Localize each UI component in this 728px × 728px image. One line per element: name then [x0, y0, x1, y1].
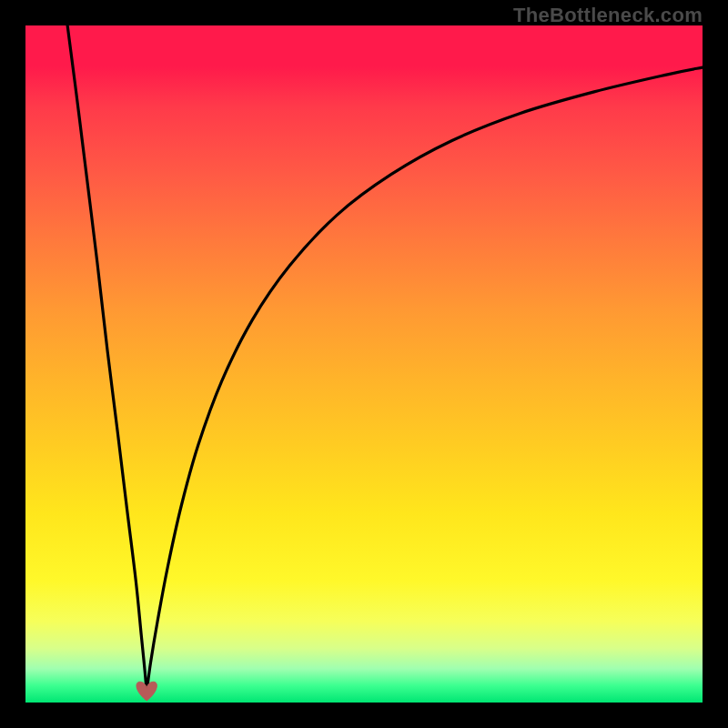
chart-frame: TheBottleneck.com — [0, 0, 728, 728]
curve-layer — [25, 25, 703, 703]
plot-area — [25, 25, 703, 703]
watermark-label: TheBottleneck.com — [513, 4, 703, 27]
bottleneck-curve — [67, 25, 703, 695]
